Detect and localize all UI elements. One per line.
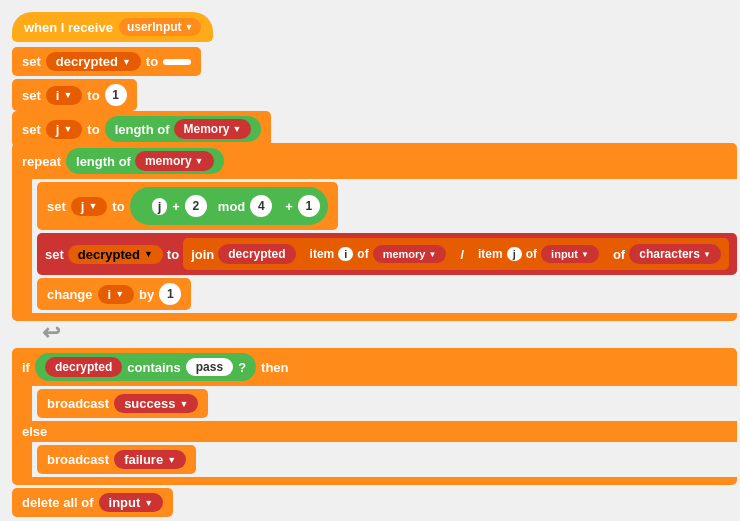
i-var[interactable]: i ▼ xyxy=(46,86,83,105)
failure-oval[interactable]: failure ▼ xyxy=(114,450,186,469)
if-block[interactable]: if decrypted contains pass ? then xyxy=(12,348,737,488)
if-body: broadcast success ▼ xyxy=(32,386,208,421)
plus-mod-outer: j + 2 mod 4 + 1 xyxy=(130,187,328,225)
when-receive-block[interactable]: when I receive userInput ▼ xyxy=(12,12,213,44)
characters-oval[interactable]: characters ▼ xyxy=(629,244,721,264)
input-oval[interactable]: input ▼ xyxy=(541,245,599,263)
set-decrypted-block[interactable]: set decrypted ▼ to xyxy=(12,47,201,76)
set-i-block[interactable]: set i ▼ to 1 xyxy=(12,79,137,111)
i-change-var[interactable]: i ▼ xyxy=(98,285,135,304)
j-var-2[interactable]: j ▼ xyxy=(71,197,108,216)
pass-oval[interactable]: pass xyxy=(186,358,233,376)
memory-list[interactable]: Memory ▼ xyxy=(174,119,252,139)
broadcast-failure-block[interactable]: broadcast failure ▼ xyxy=(37,445,196,474)
broadcast-success-block[interactable]: broadcast success ▼ xyxy=(37,389,208,418)
decrypted-oval-2[interactable]: decrypted xyxy=(45,357,122,377)
change-i-block[interactable]: change i ▼ by 1 xyxy=(37,278,737,310)
value-1: 1 xyxy=(105,84,127,106)
input-var-oval[interactable]: input ▼ xyxy=(99,493,164,512)
success-oval[interactable]: success ▼ xyxy=(114,394,198,413)
join-block: join decrypted item i of m xyxy=(183,238,729,270)
repeat-length-oval[interactable]: length of memory ▼ xyxy=(66,148,224,174)
length-of-memory[interactable]: length of Memory ▼ xyxy=(105,116,262,142)
decrypted-var-2[interactable]: decrypted ▼ xyxy=(68,245,163,264)
repeat-memory-list[interactable]: memory ▼ xyxy=(135,151,214,171)
set-decrypted-join-block[interactable]: set decrypted ▼ to join decrypted xyxy=(37,233,737,275)
item-j-of-input[interactable]: item j of input ▼ xyxy=(468,242,609,266)
else-body: broadcast failure ▼ xyxy=(32,442,196,477)
item-i-of-memory[interactable]: item i of memory ▼ xyxy=(300,242,457,266)
j-inner: j xyxy=(152,198,168,215)
mod-oval: j + 2 mod 4 xyxy=(138,190,281,222)
set-j-length-block[interactable]: set j ▼ to length of Memory ▼ xyxy=(12,111,271,147)
empty-value[interactable] xyxy=(163,59,191,65)
num-2: 2 xyxy=(185,195,207,217)
num-1: 1 xyxy=(298,195,320,217)
userinput-oval[interactable]: userInput ▼ xyxy=(119,18,202,36)
plus-inner: j + 2 xyxy=(146,193,213,219)
delete-all-block[interactable]: delete all of input ▼ xyxy=(12,488,737,517)
when-receive-label: when I receive xyxy=(24,20,113,35)
decrypted-oval[interactable]: decrypted xyxy=(218,244,295,264)
join-outer: set decrypted ▼ to join decrypted xyxy=(37,233,737,275)
j-oval: j xyxy=(507,247,522,261)
contains-block: decrypted contains pass ? xyxy=(35,353,256,381)
num-4: 4 xyxy=(250,195,272,217)
j-var[interactable]: j ▼ xyxy=(46,120,83,139)
decrypted-var[interactable]: decrypted ▼ xyxy=(46,52,141,71)
scratch-workspace: when I receive userInput ▼ set decrypted… xyxy=(0,0,740,521)
memory-oval[interactable]: memory ▼ xyxy=(373,245,447,263)
loop-arrow: ↩ xyxy=(42,320,737,346)
i-oval: i xyxy=(338,247,353,261)
change-value: 1 xyxy=(159,283,181,305)
set-j-mod-block[interactable]: set j ▼ to j + xyxy=(37,182,737,230)
repeat-block[interactable]: repeat length of memory ▼ set j xyxy=(12,143,737,517)
else-label: else xyxy=(12,421,737,442)
